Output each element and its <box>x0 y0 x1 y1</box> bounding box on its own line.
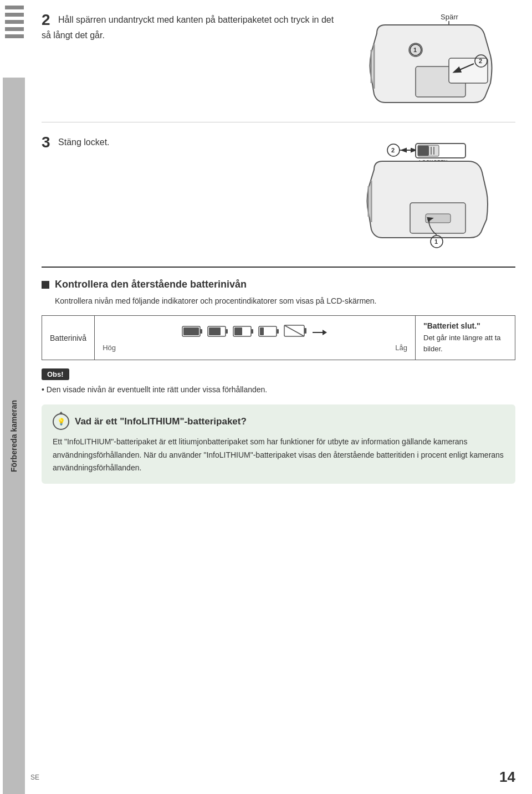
info-icon: 💡 <box>53 413 69 430</box>
battery-row-label: Batterinivå <box>42 316 95 360</box>
page-footer: SE 14 <box>30 769 515 786</box>
svg-rect-23 <box>418 146 429 156</box>
stripe-3 <box>5 20 24 24</box>
sidebar-vertical-text: Förbereda kameran <box>9 400 18 472</box>
lang-label: SE <box>30 773 39 781</box>
svg-line-47 <box>284 325 304 336</box>
info-body-text: Ett "InfoLITHIUM"-batteripaket är ett li… <box>53 436 504 475</box>
main-content: 2 Håll spärren undantryckt med kanten på… <box>30 0 532 506</box>
page-number: 14 <box>499 769 515 786</box>
battery-subtext: Kontrollera nivån med följande indikator… <box>55 295 515 307</box>
stripe-2 <box>5 13 24 17</box>
svg-rect-35 <box>183 327 199 335</box>
obs-box: Obs! Den visade nivån är eventuellt inte… <box>42 368 515 396</box>
battery-slut-desc: Det går inte längre att ta bilder. <box>423 332 507 354</box>
step2-section: 2 Håll spärren undantryckt med kanten på… <box>42 11 515 122</box>
hog-label: Hög <box>103 344 116 352</box>
battery-arrow <box>311 326 328 339</box>
svg-rect-40 <box>251 329 253 334</box>
lag-label: Låg <box>395 344 407 352</box>
step3-left: 3 Stäng locket. <box>42 134 338 151</box>
svg-rect-41 <box>234 327 242 335</box>
sidebar: Förbereda kameran <box>0 0 28 794</box>
step2-instruction: Håll spärren undantryckt med kanten på b… <box>42 15 334 40</box>
info-icon-symbol: 💡 <box>57 418 65 426</box>
svg-rect-43 <box>277 329 279 334</box>
info-title-row: 💡 Vad är ett "InfoLITHIUM"-batteripaket? <box>53 413 504 430</box>
svg-text:Spärr: Spärr <box>441 13 458 21</box>
svg-text:2: 2 <box>391 147 395 153</box>
step2-left: 2 Håll spärren undantryckt med kanten på… <box>42 11 338 42</box>
svg-rect-37 <box>226 329 228 334</box>
svg-text:1: 1 <box>413 47 417 53</box>
battery-icon-1 <box>182 325 203 340</box>
battery-title-row: Kontrollera den återstående batterinivån <box>42 279 515 290</box>
battery-section: Kontrollera den återstående batterinivån… <box>42 279 515 484</box>
svg-rect-38 <box>209 327 221 335</box>
svg-text:2: 2 <box>479 58 482 64</box>
battery-icon-2 <box>207 325 228 340</box>
section-icon <box>42 281 49 289</box>
stripe-4 <box>5 27 24 31</box>
battery-slut-label: "Batteriet slut." <box>423 321 507 330</box>
battery-table: Batterinivå <box>42 315 515 360</box>
svg-text:1: 1 <box>434 238 438 245</box>
svg-rect-46 <box>304 328 306 334</box>
battery-slut-cell: "Batteriet slut." Det går inte längre at… <box>416 316 515 360</box>
step3-instruction: Stäng locket. <box>58 137 110 147</box>
battery-icon-4 <box>258 325 279 340</box>
battery-heading: Kontrollera den återstående batterinivån <box>55 279 247 290</box>
step3-camera-svg: 2 LOCK OPEN <box>344 134 510 255</box>
step2-camera-svg: Spärr 1 <box>344 11 510 111</box>
svg-rect-34 <box>200 329 202 334</box>
svg-marker-49 <box>323 330 327 335</box>
step3-number: 3 <box>42 134 50 151</box>
battery-level-labels: Hög Låg <box>103 344 407 352</box>
sidebar-stripes <box>3 6 25 72</box>
info-title-text: Vad är ett "InfoLITHIUM"-batteripaket? <box>75 416 247 427</box>
battery-icons-cell: Hög Låg <box>95 316 416 360</box>
stripe-5 <box>5 34 24 38</box>
battery-icon-5 <box>284 324 307 341</box>
stripe-1 <box>5 6 24 9</box>
battery-row: Batterinivå <box>42 316 515 360</box>
battery-icon-3 <box>233 325 254 340</box>
step2-number: 2 <box>42 11 50 28</box>
step3-section: 3 Stäng locket. 2 <box>42 134 515 268</box>
battery-icons-row <box>103 324 407 341</box>
step3-illustration: 2 LOCK OPEN <box>338 134 515 255</box>
svg-rect-44 <box>260 327 264 335</box>
sidebar-gray-block: Förbereda kameran <box>3 78 25 794</box>
step2-illustration: Spärr 1 <box>338 11 515 111</box>
obs-text: Den visade nivån är eventuellt inte rätt… <box>42 383 515 396</box>
obs-badge: Obs! <box>42 368 69 380</box>
info-lithium-box: 💡 Vad är ett "InfoLITHIUM"-batteripaket?… <box>42 404 515 484</box>
